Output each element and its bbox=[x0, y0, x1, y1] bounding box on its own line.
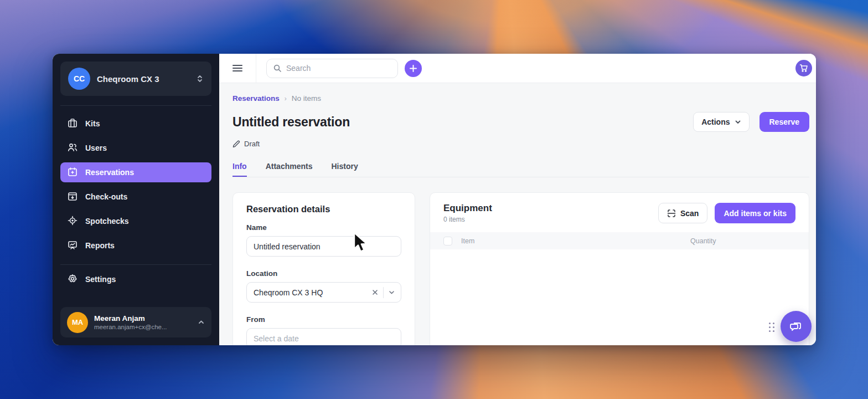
workspace-name: Cheqroom CX 3 bbox=[97, 74, 189, 84]
location-value: Cheqroom CX 3 HQ bbox=[254, 288, 367, 297]
sidebar-item-label: Kits bbox=[85, 119, 100, 128]
page-title: Untitled reservation bbox=[232, 115, 693, 130]
user-meta: Meeran Anjam meeran.anjam+cx@che... bbox=[94, 314, 192, 330]
content-area: Reservations › No items Untitled reserva… bbox=[219, 83, 816, 345]
add-items-button[interactable]: Add items or kits bbox=[715, 203, 795, 223]
chat-widget-button[interactable] bbox=[781, 311, 812, 342]
scan-button[interactable]: Scan bbox=[658, 203, 707, 223]
sidebar-divider bbox=[60, 264, 211, 265]
scan-icon bbox=[667, 209, 676, 218]
chart-board-icon bbox=[67, 239, 78, 252]
tab-bar: Info Attachments History bbox=[232, 162, 809, 177]
chat-bubbles-icon bbox=[789, 319, 803, 334]
from-date-field[interactable] bbox=[246, 328, 401, 345]
details-heading: Reservation details bbox=[246, 204, 401, 214]
user-menu[interactable]: MA Meeran Anjam meeran.anjam+cx@che... bbox=[60, 307, 211, 337]
breadcrumb-reservations-link[interactable]: Reservations bbox=[232, 94, 280, 103]
equipment-titles: Equipment 0 items bbox=[443, 203, 658, 223]
chevron-down-icon bbox=[735, 119, 741, 125]
clear-x-icon[interactable] bbox=[371, 289, 379, 296]
select-divider bbox=[383, 287, 384, 298]
sidebar-item-reservations[interactable]: Reservations bbox=[60, 162, 211, 182]
workspace-switcher[interactable]: CC Cheqroom CX 3 bbox=[60, 62, 211, 96]
tab-info[interactable]: Info bbox=[232, 162, 247, 177]
chevron-right-icon: › bbox=[285, 95, 287, 103]
equipment-count: 0 items bbox=[443, 216, 658, 223]
search-box bbox=[266, 59, 398, 78]
search-icon bbox=[273, 64, 282, 73]
title-row: Untitled reservation Actions Reserve bbox=[232, 112, 809, 132]
cards-row: Reservation details Name Location Cheqro… bbox=[232, 192, 809, 345]
pencil-icon bbox=[232, 140, 240, 148]
breadcrumb: Reservations › No items bbox=[232, 94, 809, 103]
tab-history[interactable]: History bbox=[331, 162, 358, 177]
main-panel: Reservations › No items Untitled reserva… bbox=[219, 54, 816, 345]
equipment-empty-state bbox=[430, 249, 809, 345]
actions-button-label: Actions bbox=[701, 117, 730, 126]
plus-icon bbox=[409, 64, 417, 73]
quick-add-button[interactable] bbox=[405, 60, 422, 77]
sidebar-spacer bbox=[60, 294, 211, 307]
user-avatar: MA bbox=[67, 312, 88, 333]
scan-button-label: Scan bbox=[680, 209, 699, 218]
sidebar-item-label: Spotchecks bbox=[85, 217, 129, 226]
from-field-label: From bbox=[246, 315, 401, 324]
equipment-table-header: Item Quantity bbox=[430, 232, 809, 249]
breadcrumb-current: No items bbox=[292, 94, 321, 103]
location-select[interactable]: Cheqroom CX 3 HQ bbox=[246, 282, 401, 303]
equipment-card: Equipment 0 items Scan Add items or kits bbox=[430, 192, 809, 345]
equipment-header: Equipment 0 items Scan Add items or kits bbox=[430, 203, 809, 223]
gear-icon bbox=[67, 273, 78, 286]
sidebar-item-label: Reservations bbox=[85, 168, 134, 177]
cart-button[interactable] bbox=[795, 60, 812, 76]
column-header-quantity: Quantity bbox=[690, 237, 795, 245]
menu-toggle-button[interactable] bbox=[219, 54, 256, 83]
workspace-avatar: CC bbox=[68, 68, 90, 90]
actions-button[interactable]: Actions bbox=[693, 112, 749, 132]
sidebar-item-spotchecks[interactable]: Spotchecks bbox=[60, 211, 211, 231]
search-input[interactable] bbox=[286, 64, 391, 73]
app-window: CC Cheqroom CX 3 Kits Users Reservations… bbox=[53, 54, 816, 345]
status-badge: Draft bbox=[244, 140, 260, 148]
select-all-checkbox[interactable] bbox=[443, 237, 452, 245]
user-email: meeran.anjam+cx@che... bbox=[94, 324, 192, 330]
box-arrow-down-icon bbox=[67, 191, 78, 203]
status-row: Draft bbox=[232, 140, 809, 148]
crosshair-icon bbox=[67, 215, 78, 228]
equipment-heading: Equipment bbox=[443, 203, 658, 214]
sidebar-item-settings[interactable]: Settings bbox=[60, 269, 211, 289]
tab-attachments[interactable]: Attachments bbox=[266, 162, 313, 177]
cart-icon bbox=[799, 64, 808, 73]
sidebar-item-label: Settings bbox=[85, 275, 116, 284]
sidebar-item-label: Users bbox=[85, 144, 107, 152]
sidebar-item-kits[interactable]: Kits bbox=[60, 114, 211, 134]
reserve-button[interactable]: Reserve bbox=[760, 112, 810, 132]
hamburger-icon bbox=[232, 64, 243, 73]
sidebar-item-label: Check-outs bbox=[85, 192, 127, 201]
calendar-plus-icon bbox=[67, 166, 78, 179]
column-header-item: Item bbox=[461, 237, 681, 245]
name-field-label: Name bbox=[246, 223, 401, 232]
chevron-up-icon bbox=[198, 319, 205, 326]
location-field-label: Location bbox=[246, 269, 401, 278]
reservation-details-card: Reservation details Name Location Cheqro… bbox=[232, 192, 415, 345]
topbar bbox=[219, 54, 816, 83]
sidebar: CC Cheqroom CX 3 Kits Users Reservations… bbox=[53, 54, 219, 345]
name-field[interactable] bbox=[246, 236, 401, 257]
sidebar-item-users[interactable]: Users bbox=[60, 138, 211, 158]
sidebar-item-label: Reports bbox=[85, 241, 115, 250]
chevron-down-icon[interactable] bbox=[388, 289, 395, 296]
chevron-updown-icon bbox=[196, 74, 204, 83]
users-icon bbox=[67, 142, 78, 155]
sidebar-item-checkouts[interactable]: Check-outs bbox=[60, 187, 211, 207]
sidebar-divider bbox=[60, 105, 211, 106]
user-name: Meeran Anjam bbox=[94, 314, 192, 323]
drag-dots-icon[interactable] bbox=[769, 323, 774, 332]
sidebar-item-reports[interactable]: Reports bbox=[60, 236, 211, 255]
briefcase-icon bbox=[67, 117, 78, 130]
